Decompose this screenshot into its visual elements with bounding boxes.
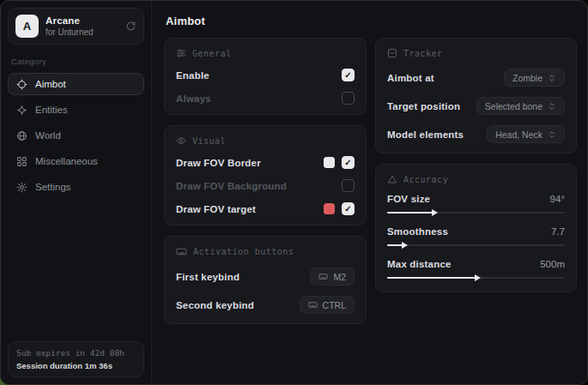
model-elements-select[interactable]: Head, Neck [487, 125, 565, 143]
gear-icon [16, 182, 27, 193]
triangle-icon [387, 174, 397, 184]
keyboard-icon [308, 300, 318, 310]
setting-row-enable: Enable [176, 69, 355, 81]
sidebar-item-miscellaneous[interactable]: Miscellaneous [8, 150, 144, 172]
setting-row-fov-border: Draw FOV Border [176, 156, 355, 169]
sidebar-item-label: Settings [35, 182, 71, 192]
section-title: Tracker [403, 49, 443, 58]
sidebar-item-label: World [35, 130, 61, 141]
setting-row-fov-size: FOV size 94° [387, 194, 565, 217]
sidebar: A Arcane for Unturned Category Aimbot [1, 1, 152, 384]
sidebar-item-label: Entities [35, 105, 68, 115]
sidebar-item-settings[interactable]: Settings [8, 176, 144, 198]
slider-thumb[interactable] [475, 274, 481, 281]
subscription-card: Sub expires in 42d 08h Session duration … [8, 341, 144, 377]
target-position-select[interactable]: Selected bone [476, 97, 565, 115]
crosshair-icon [16, 79, 27, 90]
max-distance-slider[interactable] [387, 274, 565, 282]
aimbot-at-select[interactable]: Zombie [504, 69, 565, 87]
first-keybind-button[interactable]: M2 [310, 268, 355, 286]
app-logo: A [15, 15, 39, 38]
unfold-icon [548, 74, 556, 82]
globe-icon [16, 130, 27, 141]
section-title: Accuracy [403, 175, 448, 184]
sync-icon[interactable] [125, 21, 136, 32]
unfold-icon [548, 102, 556, 111]
setting-row-aimbot-at: Aimbot at Zombie [387, 69, 565, 87]
arcane-window: A Arcane for Unturned Category Aimbot [0, 0, 588, 385]
smoothness-value: 7.7 [551, 226, 565, 237]
sidebar-nav: Aimbot Entities World [8, 73, 144, 198]
app-subtitle: for Unturned [45, 27, 118, 37]
setting-row-fov-background: Draw FOV Background [176, 179, 355, 192]
setting-row-first-keybind: First keybind M2 [176, 268, 355, 286]
color-swatch-white[interactable] [324, 157, 335, 168]
slider-thumb[interactable] [432, 209, 438, 216]
tracker-card: Tracker Aimbot at Zombie [375, 38, 577, 153]
fov-size-value: 94° [550, 194, 565, 204]
sidebar-item-world[interactable]: World [8, 124, 144, 147]
max-distance-value: 500m [540, 259, 565, 269]
scan-icon [387, 48, 397, 58]
section-title: General [192, 49, 232, 58]
unfold-icon [548, 130, 556, 139]
sub-expires-text: Sub expires in 42d 08h [16, 348, 136, 358]
second-keybind-button[interactable]: CTRL [300, 296, 355, 314]
fov-size-slider[interactable] [387, 208, 565, 217]
eye-icon [176, 135, 186, 146]
smoothness-slider[interactable] [387, 241, 565, 250]
sidebar-item-entities[interactable]: Entities [8, 99, 144, 121]
setting-row-target-position: Target position Selected bone [387, 97, 565, 115]
section-title: Activation buttons [193, 247, 294, 256]
setting-row-smoothness: Smoothness 7.7 [387, 226, 565, 250]
page-title: Aimbot [166, 15, 575, 27]
fov-background-checkbox[interactable] [342, 179, 355, 192]
keyboard-icon [318, 272, 328, 281]
section-title: Visual [192, 136, 226, 146]
setting-row-model-elements: Model elements Head, Neck [387, 125, 565, 143]
sidebar-item-aimbot[interactable]: Aimbot [8, 73, 144, 95]
sidebar-item-label: Aimbot [35, 79, 66, 89]
general-card: General Enable Always [164, 38, 367, 115]
category-label: Category [11, 57, 141, 66]
accuracy-card: Accuracy FOV size 94° [375, 164, 577, 292]
sliders-icon [176, 48, 186, 58]
activation-card: Activation buttons First keybind M2 [164, 236, 367, 324]
always-checkbox[interactable] [342, 92, 355, 105]
setting-row-fov-target: Draw FOV target [176, 202, 355, 215]
sidebar-item-label: Miscellaneous [35, 156, 98, 166]
keyboard-icon [176, 246, 187, 257]
setting-row-always: Always [176, 92, 355, 105]
setting-row-second-keybind: Second keybind CTRL [176, 296, 355, 314]
setting-row-max-distance: Max distance 500m [387, 259, 565, 282]
color-swatch-red[interactable] [324, 203, 335, 214]
app-title: Arcane [45, 15, 118, 26]
session-duration-text: Session duration 1m 36s [16, 361, 136, 370]
main-content: Aimbot General Enable [152, 1, 587, 384]
brand-card: A Arcane for Unturned [8, 8, 144, 45]
fov-target-checkbox[interactable] [342, 202, 355, 215]
enable-checkbox[interactable] [342, 69, 355, 81]
slider-thumb[interactable] [402, 242, 408, 249]
grid-icon [16, 156, 27, 167]
entities-icon [16, 105, 27, 116]
fov-border-checkbox[interactable] [342, 156, 355, 169]
visual-card: Visual Draw FOV Border Draw FOV Backgrou… [164, 125, 367, 226]
